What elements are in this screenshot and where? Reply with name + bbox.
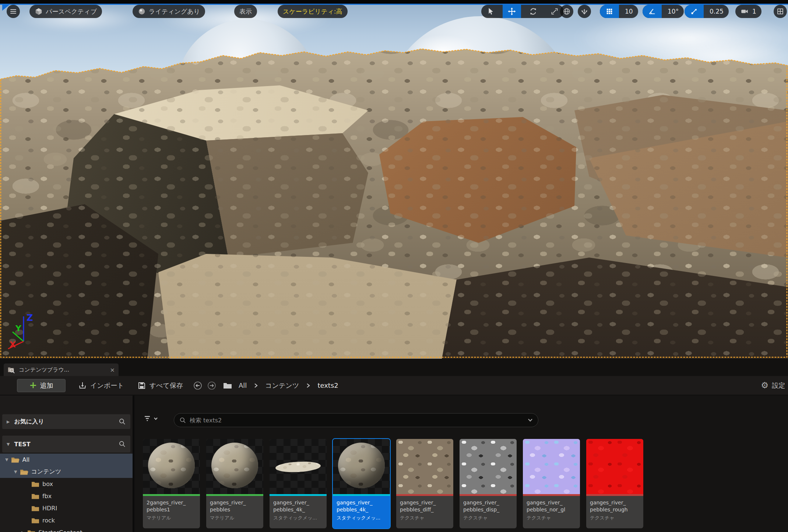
tree-item-fbx[interactable]: fbx — [0, 490, 133, 502]
back-button[interactable] — [193, 381, 202, 390]
collapsed-arrow-icon[interactable]: ▶ — [7, 419, 10, 424]
asset-pane: 2ganges_river_pebbles1 マテリアル ganges_rive… — [134, 396, 788, 532]
settings-button[interactable]: ⚙ 設定 — [761, 381, 785, 390]
grid-snap-control[interactable]: 10 — [600, 5, 638, 18]
rotation-snap-value[interactable]: 10° — [665, 8, 684, 15]
asset-name-line: pebbles_nor_gl — [527, 507, 565, 513]
select-tool-button[interactable] — [481, 5, 500, 18]
asset-grid: 2ganges_river_pebbles1 マテリアル ganges_rive… — [143, 439, 643, 528]
scale-icon — [550, 7, 559, 15]
save-all-button[interactable]: すべて保存 — [137, 381, 183, 390]
tree-item-content[interactable]: ▼ コンテンツ — [0, 466, 133, 478]
asset-label: ganges_river_pebbles_nor_gl テクスチャ — [523, 496, 580, 528]
surface-snapping-button[interactable] — [578, 5, 591, 18]
asset-type: テクスチャ — [400, 515, 450, 521]
scalability-warning-button[interactable]: スケーラビリティ:高 — [278, 5, 348, 18]
asset-search-box[interactable] — [174, 413, 538, 427]
asset-type: マテリアル — [210, 515, 260, 521]
globe-icon — [563, 7, 571, 15]
import-button[interactable]: インポート — [78, 381, 124, 390]
perspective-dropdown[interactable]: パースペクティブ — [29, 5, 102, 18]
breadcrumb-root[interactable]: All — [239, 382, 247, 389]
scale-snap-toggle[interactable] — [685, 5, 704, 18]
tree-item-startercontent[interactable]: ▶ StarterContent — [0, 526, 133, 532]
asset-thumbnail — [143, 439, 200, 494]
open-folder-icon — [20, 468, 28, 476]
view-mode-dropdown[interactable]: ライティングあり — [133, 5, 205, 18]
folder-icon — [31, 517, 40, 524]
folder-icon — [223, 382, 232, 390]
axis-z-label: Z — [27, 313, 33, 323]
expanded-arrow-icon[interactable]: ▼ — [5, 457, 8, 462]
cube-icon — [35, 7, 43, 15]
search-icon — [179, 417, 186, 424]
tree-item-box[interactable]: box — [0, 478, 133, 490]
filter-icon — [144, 415, 152, 423]
tree-item-hdri[interactable]: HDRI — [0, 502, 133, 514]
scale-snap-control[interactable]: 0.25 — [685, 5, 729, 18]
asset-name-line: pebbles1 — [147, 507, 170, 513]
viewport-menu-button[interactable] — [7, 5, 20, 18]
expanded-arrow-icon[interactable]: ▼ — [7, 442, 10, 447]
search-icon[interactable] — [119, 418, 126, 425]
chevron-down-icon — [154, 417, 158, 421]
collection-label: TEST — [14, 441, 30, 448]
viewport-3d[interactable]: Z Y X パースペクティブ — [0, 0, 788, 359]
favorites-section-header[interactable]: ▶ お気に入り — [2, 414, 130, 429]
add-button[interactable]: + 追加 — [17, 379, 66, 392]
folder-icon — [31, 480, 40, 488]
angle-icon — [648, 7, 656, 15]
asset-type: スタティックメッ... — [273, 515, 323, 521]
rotate-icon — [529, 7, 537, 15]
maximize-viewport-button[interactable] — [774, 5, 787, 18]
rotation-snap-control[interactable]: 10° — [643, 5, 684, 18]
add-label: 追加 — [40, 381, 53, 390]
asset-tile[interactable]: ganges_river_pebbles_4k_ スタティックメッ... — [270, 439, 327, 528]
asset-tile[interactable]: ganges_river_pebbles マテリアル — [206, 439, 263, 528]
tree-item-rock[interactable]: rock — [0, 514, 133, 526]
cursor-icon — [486, 7, 495, 15]
content-browser-panel: コンテンツブラウ... × + 追加 インポート — [0, 359, 788, 532]
grid-snap-value[interactable]: 10 — [622, 8, 638, 15]
search-input[interactable] — [190, 417, 524, 424]
camera-speed-value[interactable]: 1 — [752, 8, 756, 15]
move-tool-button[interactable] — [503, 5, 521, 18]
perspective-label: パースペクティブ — [46, 7, 97, 16]
asset-tile[interactable]: ganges_river_pebbles_rough テクスチャ — [586, 439, 643, 528]
show-dropdown[interactable]: 表示 — [234, 5, 257, 18]
asset-tile[interactable]: ganges_river_pebbles_disp_ テクスチャ — [460, 439, 517, 528]
search-icon[interactable] — [119, 440, 126, 448]
asset-type: スタティックメッ... — [337, 515, 386, 521]
camera-icon — [740, 7, 749, 15]
asset-tile-selected[interactable]: ganges_river_pebbles_4k_ スタティックメッ... — [333, 439, 390, 528]
chevron-down-icon[interactable] — [528, 418, 533, 422]
chevron-right-icon — [254, 383, 258, 389]
grid-snap-toggle[interactable] — [600, 5, 619, 18]
scale-snap-value[interactable]: 0.25 — [707, 8, 729, 15]
asset-tile[interactable]: ganges_river_pebbles_nor_gl テクスチャ — [523, 439, 580, 528]
camera-speed-control[interactable]: 1 — [735, 5, 761, 18]
test-collection-header[interactable]: ▼ TEST — [2, 436, 130, 453]
forward-button[interactable] — [207, 381, 216, 390]
folder-icon — [31, 493, 40, 500]
asset-type: テクスチャ — [590, 515, 640, 521]
lit-sphere-icon — [138, 7, 146, 15]
asset-name-line: pebbles_disp_ — [463, 507, 499, 513]
asset-tile[interactable]: 2ganges_river_pebbles1 マテリアル — [143, 439, 200, 528]
snap-arrows-icon — [580, 7, 588, 15]
rotate-tool-button[interactable] — [524, 5, 542, 18]
tree-item-all[interactable]: ▼ All — [0, 454, 133, 466]
transform-tools-group — [481, 5, 564, 18]
collapsed-arrow-icon[interactable]: ▶ — [21, 530, 24, 532]
chevron-right-icon — [306, 383, 310, 389]
breadcrumb-current-folder[interactable]: texts2 — [317, 382, 338, 389]
tab-close-button[interactable]: × — [110, 366, 115, 373]
expanded-arrow-icon[interactable]: ▼ — [14, 469, 17, 474]
world-local-space-button[interactable] — [560, 5, 573, 18]
asset-tile[interactable]: ganges_river_pebbles_diff_ テクスチャ — [396, 439, 453, 528]
breadcrumb-content[interactable]: コンテンツ — [265, 381, 299, 390]
filters-button[interactable] — [144, 415, 158, 423]
save-icon — [137, 381, 146, 390]
content-browser-tab[interactable]: コンテンツブラウ... × — [4, 363, 119, 376]
rotation-snap-toggle[interactable] — [643, 5, 662, 18]
